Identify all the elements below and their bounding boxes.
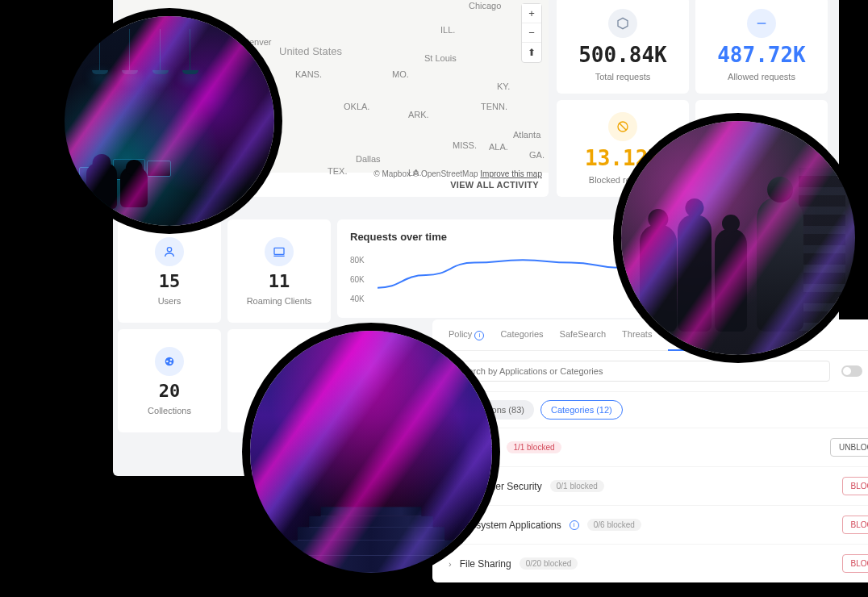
stat-total-requests: 500.84K Total requests [557,0,689,94]
category-row[interactable]: ›Business1/1 blockedUNBLOCK ALL APPS [432,428,868,466]
map-city-miss: MISS. [453,140,477,150]
collections-value: 20 [159,381,181,401]
tab-categories[interactable]: Categories [500,319,543,350]
allowed-requests-value: 487.72K [717,43,806,67]
allowed-requests-icon [747,9,776,38]
map-zoom-in-button[interactable]: + [522,4,541,23]
stat-users: 15 Users [118,219,221,323]
unblock-all-button[interactable]: UNBLOCK ALL APPS [830,438,868,457]
svg-point-6 [169,361,172,364]
map-city-ga: GA. [529,150,545,160]
map-city-kans: KANS. [295,69,322,79]
category-name: Ecosystem Applications [460,520,561,531]
map-city-ala: ALA. [489,142,508,152]
map-city-tex: TEX. [328,166,347,176]
policy-search-row: Only Blocked [432,351,868,392]
total-requests-value: 500.84K [578,43,667,67]
policy-category-list: ›Business1/1 blockedUNBLOCK ALL APPS›Con… [432,428,868,582]
block-all-button[interactable]: BLOCK ALL APPS [842,477,868,495]
users-icon [155,237,184,266]
svg-point-4 [166,360,169,362]
block-all-button[interactable]: BLOCK ALL APPS [842,554,868,573]
category-row[interactable]: ›File Sharing0/20 blockedBLOCK ALL APPS [432,544,868,582]
map-city-dallas: Dallas [356,154,381,164]
pill-categories[interactable]: Categories (12) [540,400,623,420]
category-row[interactable]: ›Ecosystem Applicationsi0/6 blockedBLOCK… [432,505,868,544]
category-name: File Sharing [460,558,511,570]
map-compass-icon[interactable]: ⬆ [522,43,541,62]
roaming-clients-label: Roaming Clients [247,296,312,306]
map-improve-link[interactable]: Improve this map [480,169,542,178]
map-attr-osm: © OpenStreetMap [413,169,478,178]
map-city-ill: ILL. [440,25,455,35]
users-label: Users [158,296,182,306]
blocked-count-badge: 0/1 blocked [550,480,604,492]
chart-ytick-60k: 60K [350,275,365,284]
chevron-right-icon: › [449,559,452,569]
tab-safesearch[interactable]: SafeSearch [560,319,606,350]
only-blocked-toggle[interactable] [841,365,862,377]
collections-label: Collections [148,406,191,415]
chart-ytick-40k: 40K [350,294,365,303]
block-all-button[interactable]: BLOCK ALL APPS [842,516,868,534]
info-icon: i [474,331,484,340]
map-city-ark: ARK. [408,110,429,119]
illustration-cabin [250,331,492,573]
stat-roaming-clients: 11 Roaming Clients [227,219,331,323]
svg-point-5 [170,358,173,361]
map-city-ky: KY. [497,81,510,91]
total-requests-icon [608,9,637,38]
policy-search-input[interactable] [449,361,830,382]
blocked-count-badge: 0/6 blocked [587,519,641,531]
map-city-okla: OKLA. [344,102,369,111]
category-row-left: ›File Sharing0/20 blocked [449,557,578,570]
map-city-stlouis: St Louis [424,53,457,63]
svg-rect-2 [274,248,284,254]
map-attribution: © Mapbox © OpenStreetMap Improve this ma… [373,169,542,178]
blocked-requests-icon [608,112,637,141]
illustration-office [65,16,274,226]
category-row[interactable]: ›Consumer Security0/1 blockedBLOCK ALL A… [432,466,868,505]
blocked-count-badge: 1/1 blocked [507,441,561,453]
map-city-atlanta: Atlanta [513,130,540,140]
collections-icon [155,347,184,376]
map-zoom-out-button[interactable]: − [522,23,541,43]
map-attr-mapbox: © Mapbox [373,169,411,178]
info-icon[interactable]: i [570,520,579,530]
chart-ytick-80k: 80K [350,256,365,265]
stat-allowed-requests: 487.72K Allowed requests [695,0,828,94]
tab-policy-label: Policy [449,329,472,339]
users-value: 15 [159,271,181,291]
blocked-count-badge: 0/20 blocked [520,557,578,570]
illustration-store [621,121,855,355]
tab-policy[interactable]: Policy i [449,319,484,350]
pill-row: Applications (83) Categories (12) [432,392,868,428]
map-city-mo: MO. [392,69,409,79]
map-country-label: United States [279,45,342,57]
map-city-denver: Denver [243,37,271,47]
svg-point-1 [167,247,171,251]
policy-card: Policy i Categories SafeSearch Threats A… [432,319,868,582]
category-row-left: ›Ecosystem Applicationsi0/6 blocked [449,519,641,531]
stat-collections: 20 Collections [118,329,221,432]
map-city-chicago: Chicago [469,1,501,10]
roaming-clients-icon [265,237,294,266]
map-zoom-controls: + − ⬆ [521,3,542,63]
roaming-clients-value: 11 [269,271,290,291]
tab-threats[interactable]: Threats [622,319,652,350]
map-city-tenn: TENN. [481,102,507,111]
allowed-requests-label: Allowed requests [728,72,795,81]
total-requests-label: Total requests [595,72,650,81]
